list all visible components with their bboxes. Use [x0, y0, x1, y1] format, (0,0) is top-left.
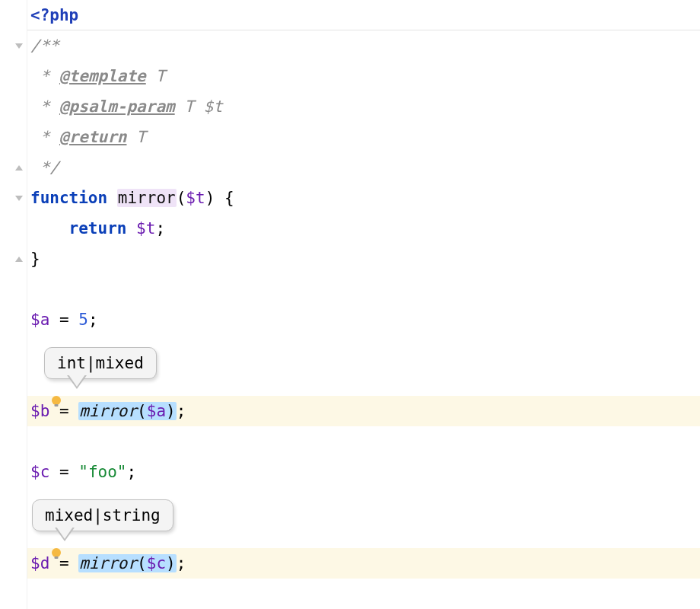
- semicolon: ;: [88, 311, 98, 329]
- annotation-psalm-param: @psalm-param: [59, 97, 175, 116]
- code-line[interactable]: $d = mirror($c);: [27, 548, 700, 579]
- code-area[interactable]: <?php /** * @template T * @psalm-param T…: [27, 0, 700, 609]
- keyword-return: return: [69, 219, 127, 238]
- doc-star: *: [30, 97, 49, 116]
- fold-marker-docblock-open[interactable]: [14, 40, 24, 51]
- code-line[interactable]: [27, 426, 700, 457]
- doc-star: *: [30, 128, 49, 146]
- paren-close: ): [166, 554, 176, 572]
- code-line[interactable]: * @return T: [27, 122, 700, 152]
- doc-close: */: [30, 158, 59, 177]
- code-line[interactable]: */: [27, 152, 700, 183]
- paren-open: (: [137, 554, 147, 572]
- brace-close: }: [30, 250, 40, 268]
- arg-c: $c: [147, 554, 166, 572]
- func-sig-close: ) {: [205, 189, 234, 207]
- svg-point-2: [52, 548, 61, 557]
- paren-open: (: [137, 402, 147, 420]
- call-mirror: mirror: [79, 402, 137, 420]
- assign-op: =: [49, 463, 78, 481]
- type-hint-tooltip: int|mixed: [44, 347, 157, 379]
- type-hint-tooltip-body[interactable]: mixed|string: [32, 499, 173, 531]
- semicolon: ;: [177, 554, 186, 572]
- code-line[interactable]: [27, 274, 700, 304]
- fold-marker-function-open[interactable]: [14, 193, 24, 203]
- semicolon: ;: [177, 402, 186, 420]
- annotation-return: @return: [59, 128, 127, 146]
- code-line[interactable]: <?php: [27, 0, 700, 30]
- semicolon: ;: [155, 219, 165, 238]
- var-c: $c: [30, 463, 49, 481]
- call-mirror: mirror: [79, 554, 137, 572]
- annotation-template-arg: T: [146, 67, 165, 85]
- php-open-tag: <?php: [30, 6, 78, 24]
- fold-marker-docblock-close[interactable]: [14, 162, 24, 173]
- paren-open: (: [177, 189, 186, 207]
- param-var: $t: [186, 189, 205, 207]
- code-line[interactable]: * @template T: [27, 61, 700, 91]
- function-name: mirror: [117, 189, 177, 207]
- var-a: $a: [30, 311, 49, 329]
- code-line[interactable]: * @psalm-param T $t: [27, 91, 700, 122]
- code-line[interactable]: $c = "foo";: [27, 457, 700, 487]
- code-line[interactable]: /**: [27, 30, 700, 61]
- svg-point-0: [52, 396, 61, 405]
- annotation-psalm-param-arg: T $t: [175, 97, 223, 116]
- code-line[interactable]: $b = mirror($a);: [27, 396, 700, 426]
- assign-op: =: [49, 311, 78, 329]
- var-b: $b: [30, 402, 49, 420]
- gutter: [0, 0, 27, 609]
- code-line[interactable]: $a = 5;: [27, 304, 700, 335]
- type-hint-text: mixed|string: [45, 506, 161, 525]
- fold-marker-function-close[interactable]: [14, 253, 24, 264]
- type-hint-text: int|mixed: [57, 354, 144, 372]
- doc-star: *: [30, 67, 49, 85]
- annotation-template: @template: [59, 67, 146, 85]
- paren-close: ): [166, 402, 176, 420]
- doc-open: /**: [30, 37, 59, 55]
- keyword-function: function: [30, 189, 107, 207]
- svg-rect-3: [55, 556, 59, 559]
- code-line[interactable]: return $t;: [27, 213, 700, 244]
- code-editor: <?php /** * @template T * @psalm-param T…: [0, 0, 700, 609]
- intention-bulb-icon[interactable]: [50, 547, 62, 561]
- code-line[interactable]: }: [27, 244, 700, 274]
- code-line[interactable]: [27, 579, 700, 609]
- type-hint-tooltip: mixed|string: [32, 499, 173, 531]
- selection: mirror($c): [78, 554, 176, 572]
- literal-5: 5: [78, 311, 88, 329]
- type-hint-tooltip-body[interactable]: int|mixed: [44, 347, 157, 379]
- selection: mirror($a): [78, 402, 176, 420]
- annotation-return-arg: T: [126, 128, 145, 146]
- literal-foo: "foo": [78, 463, 126, 481]
- svg-rect-1: [55, 404, 59, 407]
- intention-bulb-icon[interactable]: [50, 395, 62, 409]
- arg-a: $a: [147, 402, 166, 420]
- return-var: $t: [136, 219, 155, 238]
- semicolon: ;: [126, 463, 136, 481]
- var-d: $d: [30, 554, 49, 572]
- code-line[interactable]: function mirror($t) {: [27, 183, 700, 213]
